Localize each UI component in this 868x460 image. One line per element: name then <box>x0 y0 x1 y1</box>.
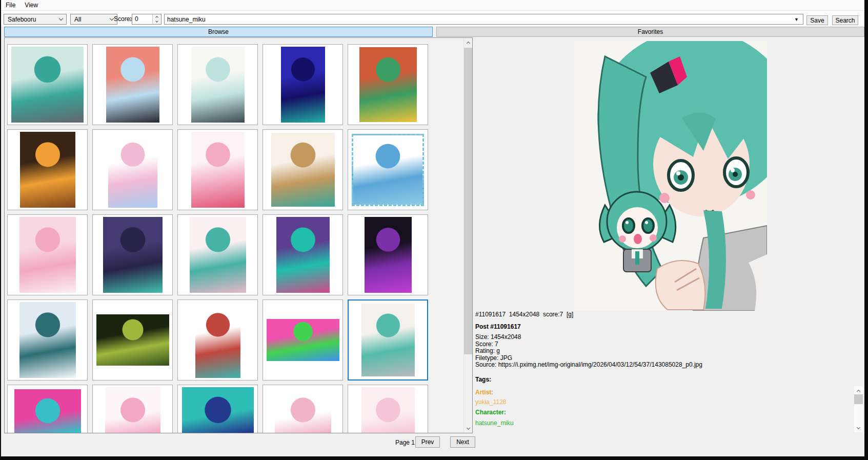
search-input-value: hatsune_miku <box>167 16 206 23</box>
thumbnail-cell[interactable] <box>177 214 258 295</box>
thumbnail-grid <box>7 44 429 433</box>
menu-view[interactable]: View <box>20 0 43 10</box>
scroll-up-button[interactable] <box>464 38 473 47</box>
thumbnail-image <box>195 302 240 378</box>
thumbnail-image <box>20 132 75 208</box>
thumbnail-image <box>359 47 417 122</box>
thumbnail-image <box>361 387 415 433</box>
tags-header: Tags: <box>475 376 491 383</box>
detail-source: Source: https://i.pximg.net/img-original… <box>475 362 702 369</box>
thumbnail-image <box>361 304 415 376</box>
thumbnail-image <box>11 47 84 123</box>
thumbnail-cell[interactable] <box>348 214 428 295</box>
rating-select-value: All <box>74 16 81 23</box>
toolbar: Safebooru All Score≥ 0 hatsune_miku ▼ Sa… <box>1 10 864 27</box>
thumbnail-cell[interactable] <box>7 385 88 433</box>
thumbnail-image <box>281 47 325 123</box>
thumbnail-cell[interactable] <box>177 44 258 125</box>
post-details: Size: 1454x2048 Score: 7 Rating: g Filet… <box>475 334 702 369</box>
artist-tag-list: yukia_1128 <box>475 398 507 406</box>
app-window: File View Safebooru All Score≥ 0 hatsune… <box>0 0 864 456</box>
chevron-up-icon <box>155 16 158 19</box>
scroll-down-button[interactable] <box>854 424 863 432</box>
rating-select[interactable]: All <box>70 14 117 25</box>
thumbnail-panel <box>4 37 473 433</box>
thumbnail-cell[interactable] <box>7 299 88 381</box>
search-button[interactable]: Search <box>832 15 858 25</box>
scroll-down-button[interactable] <box>464 424 473 433</box>
menu-file[interactable]: File <box>1 0 20 10</box>
thumbnail-cell[interactable] <box>348 44 428 125</box>
thumbnail-image <box>276 217 330 293</box>
tab-favorites[interactable]: Favorites <box>436 27 864 37</box>
thumbnail-cell[interactable] <box>177 129 258 210</box>
thumbnail-image <box>352 134 424 206</box>
site-select[interactable]: Safebooru <box>4 14 67 25</box>
thumbnail-image <box>96 314 169 366</box>
score-label: Score≥ <box>114 15 133 23</box>
scrollbar-thumb[interactable] <box>464 48 473 354</box>
menu-bar: File View <box>1 0 864 10</box>
thumbnail-image <box>105 387 160 433</box>
thumbnail-image <box>19 302 76 378</box>
thumbnail-cell[interactable] <box>92 129 173 210</box>
preview-caption: #11091617 1454x2048 score:7 [g] <box>475 311 573 318</box>
thumbnail-cell[interactable] <box>7 214 88 295</box>
scrollbar-thumb[interactable] <box>854 394 863 404</box>
detail-score: Score: 7 <box>475 341 702 348</box>
chevron-down-icon <box>110 16 114 21</box>
next-button[interactable]: Next <box>450 436 475 448</box>
chevron-down-icon <box>59 16 63 21</box>
prev-button[interactable]: Prev <box>415 436 440 448</box>
thumbnail-cell[interactable] <box>7 44 88 125</box>
score-spinner[interactable]: 0 <box>132 14 162 25</box>
tab-browse[interactable]: Browse <box>4 27 433 37</box>
tags-scrollbar[interactable] <box>854 386 863 432</box>
thumbnail-image <box>106 47 159 123</box>
score-value: 0 <box>132 14 152 24</box>
thumbnail-cell[interactable] <box>263 385 343 433</box>
thumbnail-image <box>275 387 331 433</box>
scroll-up-button[interactable] <box>854 386 863 395</box>
search-input[interactable]: hatsune_miku ▼ <box>164 14 803 25</box>
thumbnail-image <box>365 217 412 293</box>
chevron-down-icon <box>155 19 158 23</box>
thumbnail-cell[interactable] <box>348 299 428 381</box>
detail-size: Size: 1454x2048 <box>475 334 702 341</box>
thumbnail-cell[interactable] <box>263 129 343 210</box>
thumbnail-cell[interactable] <box>177 299 258 381</box>
detail-rating: Rating: g <box>475 348 702 355</box>
thumbnail-cell[interactable] <box>348 129 428 210</box>
save-button[interactable]: Save <box>806 15 828 25</box>
thumbnail-image <box>191 47 245 123</box>
tag-link[interactable]: yukia_1128 <box>475 398 507 406</box>
tag-link[interactable]: hatsune_miku <box>475 419 514 427</box>
thumbnail-image <box>191 132 245 208</box>
post-title: Post #11091617 <box>475 323 521 330</box>
spin-down-button[interactable] <box>153 19 161 25</box>
thumbnail-cell[interactable] <box>263 214 343 295</box>
thumbnail-image <box>271 133 335 207</box>
thumbnail-cell[interactable] <box>263 44 343 125</box>
thumbnail-cell[interactable] <box>7 129 88 210</box>
thumbnail-image <box>108 132 157 208</box>
window-edge <box>0 0 1 460</box>
chevron-down-icon <box>467 426 470 429</box>
thumbnail-cell[interactable] <box>92 385 173 433</box>
character-tag-list: hatsune_miku <box>475 419 514 427</box>
character-header: Character: <box>475 409 506 416</box>
thumbnail-cell[interactable] <box>177 385 258 433</box>
spin-up-button[interactable] <box>153 14 161 19</box>
thumbnail-image <box>14 389 81 433</box>
thumbnail-cell[interactable] <box>263 299 343 381</box>
thumbnail-cell[interactable] <box>92 299 173 381</box>
chevron-down-icon <box>857 425 860 429</box>
dropdown-arrow-icon[interactable]: ▼ <box>794 17 799 22</box>
thumbnail-cell[interactable] <box>92 44 173 125</box>
thumbnail-image <box>190 217 246 293</box>
detail-filetype: Filetype: JPG <box>475 355 702 362</box>
grid-scrollbar[interactable] <box>463 38 472 433</box>
thumbnail-cell[interactable] <box>92 214 173 295</box>
thumbnail-cell[interactable] <box>348 385 428 433</box>
chevron-up-icon <box>857 389 860 393</box>
